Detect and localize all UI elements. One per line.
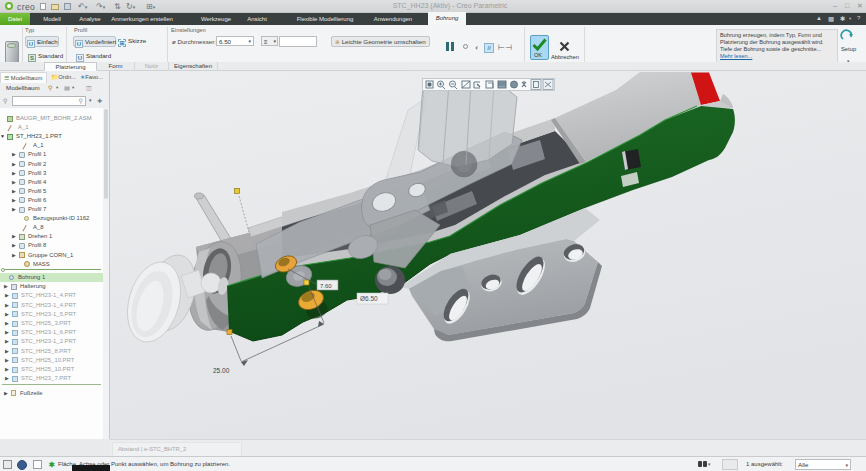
svg-text:7.60: 7.60 <box>320 283 332 289</box>
svg-text:25.00: 25.00 <box>213 367 230 374</box>
svg-text:Ø6.50: Ø6.50 <box>360 295 378 302</box>
